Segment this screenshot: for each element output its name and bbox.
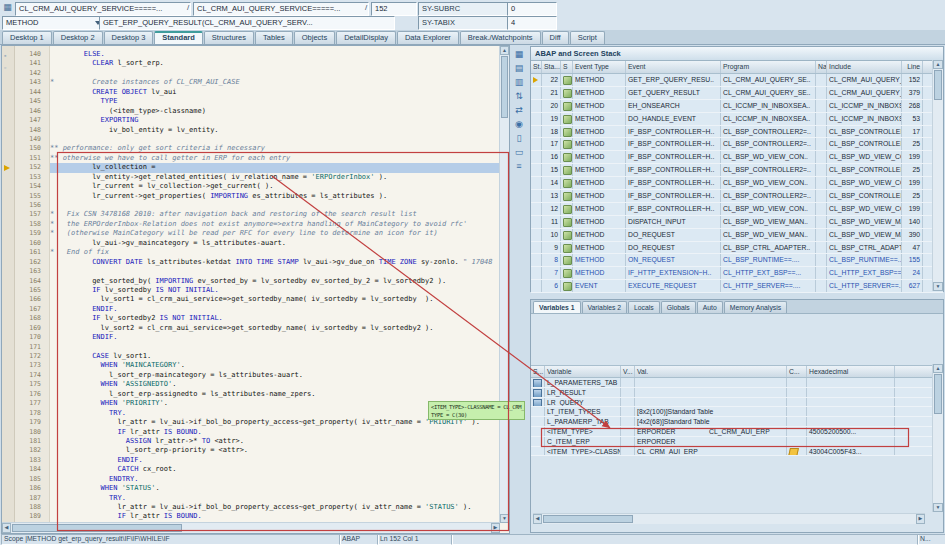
line-number[interactable]: 149 [15,135,43,144]
fold-margin[interactable] [43,465,50,474]
fold-margin[interactable] [43,154,50,163]
variables-column-header[interactable]: Hexadecimal [807,366,895,377]
vertical-scroll-thumb[interactable] [934,70,942,100]
fold-margin[interactable] [43,201,50,210]
stack-row[interactable]: 12METHODIF_BSP_CONTROLLER~H..CL_BSP_WD_V… [531,203,943,216]
line-number[interactable]: 144 [15,88,43,97]
line-number[interactable]: 187 [15,494,43,503]
event-field[interactable]: GET_ERP_QUERY_RESULT(CL_CRM_AUI_QUERY_SE… [99,16,395,30]
stack-column-header[interactable]: Event Type [573,61,626,73]
code-text[interactable]: * End of fix [50,248,501,257]
tab-variables-2[interactable]: Variables 2 [582,301,628,313]
fold-margin[interactable] [43,220,50,229]
fold-margin[interactable] [43,286,50,295]
fold-margin[interactable] [43,182,50,191]
line-number[interactable]: 140 [15,50,43,59]
tab-auto[interactable]: Auto [697,301,723,313]
main-program-field[interactable]: CL_CRM_AUI_QUERY_SERVICE=====... [15,2,191,16]
variable-row[interactable]: LR_RESULT [531,388,943,398]
fold-margin[interactable] [43,352,50,361]
include-field[interactable]: CL_CRM_AUI_QUERY_SERVICE=====... [193,2,369,16]
code-text[interactable]: lv_sort2 = cl_crm_aui_service=>get_sorte… [50,324,501,333]
line-number[interactable]: 181 [15,437,43,446]
variable-row[interactable]: L_PARAMETERS_TAB [531,378,943,388]
variables-column-header[interactable]: S... [531,366,545,377]
tab-memory-analysis[interactable]: Memory Analysis [724,301,787,313]
line-number[interactable]: 164 [15,277,43,286]
code-text[interactable]: iv_bol_entity = lv_entity. [50,126,501,135]
editor-margin[interactable]: ▪ ▫ [2,46,15,533]
scroll-up-button[interactable]: ▲ [933,60,943,69]
fold-margin[interactable] [43,88,50,97]
line-number[interactable]: 152 [15,163,43,172]
fold-margin[interactable] [43,116,50,125]
stack-column-header[interactable]: Program [721,61,816,73]
stack-row[interactable]: 8METHODON_REQUESTCL_BSP_RUNTIME==....CL_… [531,254,943,267]
tab-globals[interactable]: Globals [661,301,696,313]
line-number[interactable]: 173 [15,361,43,370]
line-number[interactable]: 171 [15,343,43,352]
variables-vertical-scrollbar[interactable]: ▲ ▼ [932,364,943,512]
edit-pencil-icon[interactable] [788,448,799,456]
stack-row[interactable]: 13METHODIF_BSP_CONTROLLER~H..CL_BSP_CONT… [531,190,943,203]
page-icon[interactable]: ▯ [512,132,526,145]
stack-column-header[interactable]: Include [827,61,902,73]
variable-row[interactable]: LT_ITEM_TYPES[8x2(100)]Standard Table [531,407,943,417]
line-number-field[interactable]: 152 [371,2,417,16]
tab-objects[interactable]: Objects [294,31,335,44]
code-text[interactable]: get_sorted_by( IMPORTING ev_sorted_by = … [50,277,501,286]
line-number[interactable]: 170 [15,333,43,342]
line-number[interactable]: 161 [15,248,43,257]
stack-column-header[interactable]: Sta... [542,61,561,73]
variables-horizontal-scrollbar[interactable]: ◀ ▶ [533,513,925,524]
fold-margin[interactable] [43,409,50,418]
code-text[interactable]: CONVERT DATE ls_attributes-ketdat INTO T… [50,258,501,267]
code-text[interactable]: WHEN 'MAINCATEGORY'. [50,361,501,370]
stack-row[interactable]: 19METHODDO_HANDLE_EVENTCL_ICCMP_IN_INBOX… [531,113,943,126]
fold-margin[interactable] [43,192,50,201]
code-text[interactable]: * Fix CSN 3478168 2010: after navigation… [50,210,501,219]
stack-row[interactable]: 9METHODDO_REQUESTCL_BSP_CTRL_ADAPTER..CL… [531,242,943,255]
line-number[interactable]: 177 [15,399,43,408]
line-number[interactable]: 154 [15,182,43,191]
code-text[interactable]: l_sort_erp-assignedto = ls_attributes-na… [50,390,501,399]
code-text[interactable]: WHEN 'ASSIGNEDTO'. [50,380,501,389]
code-text[interactable]: ENDTRY. [50,475,501,484]
scroll-up-button[interactable]: ▲ [500,46,509,55]
code-text[interactable]: CATCH cx_root. [50,465,501,474]
code-text[interactable] [50,69,501,78]
fold-margin[interactable] [43,126,50,135]
code-text[interactable]: TRY. [50,494,501,503]
code-text[interactable]: EXPORTING [50,116,501,125]
code-text[interactable]: * the ERPOrderInbox-Relation does not ex… [50,220,501,229]
code-text[interactable]: l_sort_erp-maincategory = ls_attributes-… [50,371,501,380]
stack-row[interactable]: 10METHODDO_REQUESTCL_BSP_WD_VIEW_MAN..CL… [531,229,943,242]
search-icon[interactable]: ◉ [512,118,526,131]
stack-row[interactable]: 15METHODIF_BSP_CONTROLLER~H..CL_BSP_CONT… [531,164,943,177]
stack-row[interactable]: 17METHODIF_BSP_CONTROLLER~H..CL_BSP_CONT… [531,138,943,151]
tab-data-explorer[interactable]: Data Explorer [397,31,459,44]
line-number[interactable]: 168 [15,314,43,323]
line-number[interactable]: 159 [15,229,43,238]
display-mode-icon[interactable]: ▦ [512,48,526,61]
line-number[interactable]: 186 [15,484,43,493]
tab-break-watchpoints[interactable]: Break./Watchpoints [460,31,541,44]
stack-row[interactable]: 21METHODGET_QUERY_RESULTCL_CRM_AUI_QUERY… [531,87,943,100]
line-number[interactable]: 188 [15,503,43,512]
fold-margin[interactable] [43,437,50,446]
stack-row[interactable]: 11METHODDISPATCH_INPUTCL_BSP_WD_VIEW_MAN… [531,216,943,229]
variable-row[interactable]: C_ITEM_ERPERPORDER [531,437,943,447]
fold-margin[interactable] [43,69,50,78]
fold-margin[interactable] [43,267,50,276]
fold-margin[interactable] [43,390,50,399]
tab-desktop-3[interactable]: Desktop 3 [104,31,154,44]
line-number[interactable]: 153 [15,173,43,182]
code-text[interactable]: l_sort_erp-priority = <attr>. [50,446,501,455]
fold-margin[interactable] [43,258,50,267]
fold-margin[interactable] [43,399,50,408]
variables-column-header[interactable]: Val. [635,366,787,377]
fold-margin[interactable] [43,494,50,503]
line-number[interactable]: 184 [15,465,43,474]
variable-row[interactable]: L_PARAMERP_TAB[4x2(68)]Standard Table [531,417,943,427]
stack-row[interactable]: 7METHODIF_HTTP_EXTENSION~H..CL_HTTP_EXT_… [531,267,943,280]
